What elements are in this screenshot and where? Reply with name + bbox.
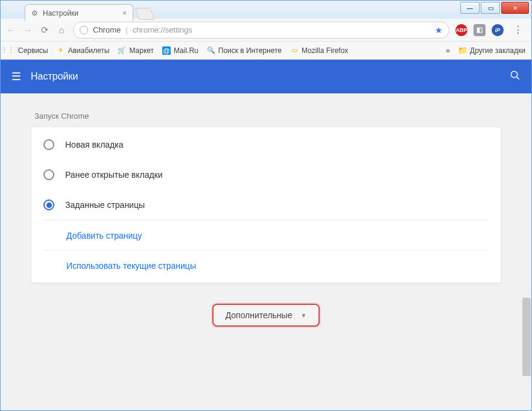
plane-icon: ✈	[57, 46, 65, 55]
menu-icon[interactable]: ☰	[11, 70, 21, 83]
apps-icon: ⋮⋮⋮	[7, 46, 15, 55]
settings-body: Запуск Chrome Новая вкладка Ранее открыт…	[1, 93, 531, 410]
option-label: Ранее открытые вкладки	[65, 170, 163, 180]
startup-option-continue[interactable]: Ранее открытые вкладки	[43, 160, 489, 190]
cart-icon: 🛒	[118, 46, 126, 55]
bookmark-apps[interactable]: ⋮⋮⋮Сервисы	[7, 46, 48, 55]
maximize-button[interactable]: ▭	[481, 2, 500, 14]
bookmark-search[interactable]: 🔍Поиск в Интернете	[207, 46, 282, 55]
at-icon: @	[162, 46, 171, 55]
browser-tab[interactable]: ⚙ Настройки ×	[25, 4, 133, 21]
startup-section-label: Запуск Chrome	[34, 111, 501, 121]
browser-window: ⚙ Настройки × — ▭ ✕ ← → ⟳ ⌂ Chrome | chr…	[0, 0, 532, 411]
startup-option-new-tab[interactable]: Новая вкладка	[43, 130, 489, 160]
url-origin: Chrome	[93, 25, 121, 34]
browser-menu-icon[interactable]: ⋮	[510, 24, 527, 36]
bookmark-mailru[interactable]: @Mail.Ru	[162, 46, 198, 55]
option-label: Новая вкладка	[65, 140, 124, 149]
scrollbar[interactable]	[522, 153, 531, 410]
advanced-section: Дополнительные ▼	[31, 304, 501, 327]
chevron-down-icon: ▼	[300, 312, 306, 319]
startup-option-specific-pages[interactable]: Заданные страницы	[43, 190, 489, 220]
ip-extension-icon[interactable]: iP	[492, 24, 504, 36]
other-bookmarks[interactable]: 📁Другие закладки	[458, 46, 525, 55]
home-icon[interactable]: ⌂	[56, 25, 67, 36]
url-separator: |	[125, 25, 127, 34]
folder-icon: 📁	[458, 46, 467, 55]
bookmark-star-icon[interactable]: ★	[435, 25, 443, 35]
radio-checked-icon	[43, 199, 54, 210]
chrome-icon	[80, 26, 88, 34]
page-content: ☰ Настройки Запуск Chrome Новая вкладка …	[1, 60, 531, 410]
gear-icon: ⚙	[31, 9, 38, 17]
nav-toolbar: ← → ⟳ ⌂ Chrome | chrome://settings ★ ABP…	[1, 19, 531, 42]
advanced-toggle-button[interactable]: Дополнительные ▼	[212, 304, 320, 327]
forward-icon[interactable]: →	[22, 25, 33, 36]
radio-unchecked-icon	[43, 169, 54, 180]
search-settings-icon[interactable]	[510, 70, 521, 83]
page-icon: ▭	[290, 46, 299, 55]
address-bar[interactable]: Chrome | chrome://settings ★	[73, 22, 449, 39]
minimize-button[interactable]: —	[460, 2, 480, 14]
advanced-label: Дополнительные	[226, 310, 293, 320]
url-path: chrome://settings	[133, 25, 430, 34]
extension-icon[interactable]: ◧	[473, 24, 486, 36]
page-title: Настройки	[31, 71, 510, 82]
adblock-extension-icon[interactable]: ABP	[455, 24, 467, 36]
reload-icon[interactable]: ⟳	[39, 25, 50, 36]
tab-strip: ⚙ Настройки ×	[25, 4, 153, 21]
search-icon: 🔍	[207, 46, 215, 55]
close-window-button[interactable]: ✕	[501, 2, 529, 14]
bookmarks-bar: ⋮⋮⋮Сервисы ✈Авиабилеты 🛒Маркет @Mail.Ru …	[1, 42, 531, 60]
settings-header: ☰ Настройки	[1, 60, 531, 93]
use-current-pages-link[interactable]: Использовать текущие страницы	[43, 250, 489, 280]
close-tab-icon[interactable]: ×	[122, 9, 127, 17]
svg-line-1	[516, 77, 519, 80]
bookmark-firefox[interactable]: ▭Mozilla Firefox	[290, 46, 348, 55]
option-label: Заданные страницы	[65, 200, 145, 210]
add-page-link[interactable]: Добавить страницу	[43, 220, 489, 250]
bookmark-aviatickets[interactable]: ✈Авиабилеты	[57, 46, 110, 55]
radio-unchecked-icon	[43, 139, 54, 150]
bookmarks-overflow[interactable]: »	[446, 46, 450, 55]
new-tab-button[interactable]	[135, 8, 154, 20]
svg-point-0	[511, 71, 518, 78]
back-icon[interactable]: ←	[5, 25, 16, 36]
window-frame-top: ⚙ Настройки × — ▭ ✕	[1, 1, 531, 19]
bookmark-market[interactable]: 🛒Маркет	[118, 46, 154, 55]
scrollbar-thumb[interactable]	[522, 298, 531, 376]
window-controls: — ▭ ✕	[460, 2, 529, 14]
tab-title: Настройки	[43, 9, 118, 17]
startup-card: Новая вкладка Ранее открытые вкладки Зад…	[31, 127, 501, 283]
